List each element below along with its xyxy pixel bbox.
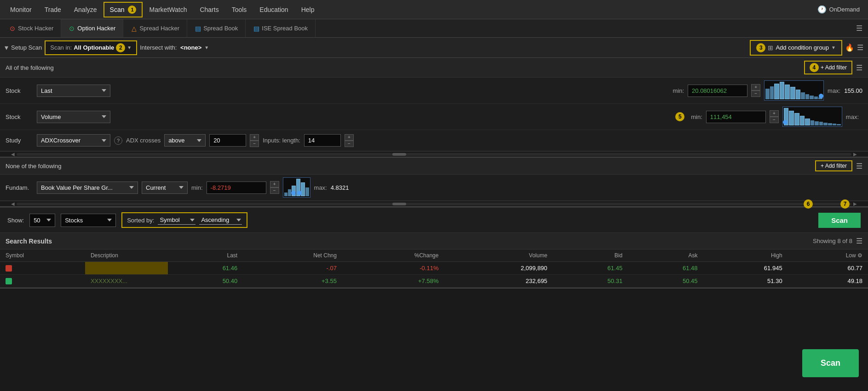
add-filter-button-all[interactable]: 4 + Add filter <box>804 61 852 74</box>
hist-dot-right-1[interactable] <box>819 94 823 98</box>
min-input-fund[interactable] <box>207 181 266 194</box>
floating-scan-button[interactable]: Scan <box>802 349 859 377</box>
filter-section-all-header: All of the following 4 + Add filter ☰ <box>0 58 868 78</box>
tab-stock-hacker[interactable]: ⊙ Stock Hacker <box>2 19 61 37</box>
hscroll-none-left-icon[interactable]: ◀ <box>9 201 17 206</box>
stepper-down-fund[interactable]: − <box>270 187 279 194</box>
stepper-up-stock-last[interactable]: + <box>751 84 760 91</box>
order-select[interactable]: Ascending Descending <box>199 215 242 225</box>
col-header-last: Last <box>168 249 243 262</box>
nav-trade[interactable]: Trade <box>38 2 68 17</box>
results-header: Search Results Showing 8 of 8 ☰ <box>0 233 868 249</box>
sub-tab-bar: ⊙ Stock Hacker ⊙ Option Hacker △ Spread … <box>0 19 868 38</box>
top-navigation: Monitor Trade Analyze Scan 1 MarketWatch… <box>0 0 868 19</box>
scroll-badge-6: 6 <box>804 199 813 209</box>
filter-select-period[interactable]: Current <box>142 181 188 194</box>
min-label-fund: min: <box>191 184 203 191</box>
cell-low-2: 49.18 <box>788 275 868 288</box>
inputs-length-label: Inputs: length: <box>263 137 300 144</box>
adx-value-input[interactable] <box>209 134 246 147</box>
scan-in-selector[interactable]: Scan in: All Optionable 2 ▼ <box>45 40 137 55</box>
filter-type-stock2: Stock <box>6 113 33 120</box>
sorted-by-box: Sorted by: Symbol Last Net Chng %Change … <box>121 212 247 228</box>
sub-tab-menu-icon[interactable]: ☰ <box>856 24 862 32</box>
stepper-down-adx[interactable]: − <box>250 141 259 147</box>
col-header-ask: Ask <box>628 249 703 262</box>
hscroll-none-right-icon[interactable]: ▶ <box>851 201 859 206</box>
min-label-2: min: <box>691 113 702 120</box>
filter-select-stock-volume[interactable]: Volume <box>37 111 110 123</box>
cell-symbol-2 <box>0 275 85 288</box>
hscroll-track[interactable] <box>17 153 851 156</box>
stepper-down-stock-volume[interactable]: − <box>770 117 779 123</box>
filter-select-study[interactable]: ADXCrossover <box>37 134 110 147</box>
inputs-length-value[interactable] <box>304 134 341 147</box>
filter-select-book-value[interactable]: Book Value Per Share Gr... <box>37 181 138 194</box>
setup-scan-bar: ▾ Setup Scan Scan in: All Optionable 2 ▼… <box>0 38 868 58</box>
stepper-up-fund[interactable]: + <box>270 181 279 187</box>
filter-select-adx-direction[interactable]: above below <box>164 134 206 147</box>
filter-row-fundamental: Fundam. Book Value Per Share Gr... Curre… <box>0 175 868 201</box>
nav-tools[interactable]: Tools <box>225 2 253 17</box>
stepper-fund: + − <box>270 181 279 194</box>
tab-spread-hacker[interactable]: △ Spread Hacker <box>123 19 187 37</box>
filter-section-none: None of the following + Add filter ☰ Fun… <box>0 158 868 207</box>
spread-hacker-icon: △ <box>131 25 137 32</box>
flame-icon[interactable]: 🔥 <box>845 43 854 52</box>
tab-spread-book[interactable]: ▤ Spread Book <box>187 19 246 37</box>
table-row[interactable]: 61.46 -.07 -0.11% 2,099,890 61.45 61.48 … <box>0 262 868 275</box>
setup-scan-chevron[interactable]: ▾ <box>5 43 8 52</box>
nav-charts[interactable]: Charts <box>193 2 225 17</box>
tab-option-hacker[interactable]: ⊙ Option Hacker <box>61 19 123 37</box>
show-label: Show: <box>7 217 24 224</box>
nav-monitor[interactable]: Monitor <box>4 2 38 17</box>
filter-none-hscroll[interactable]: ◀ 6 7 ▶ <box>0 201 868 206</box>
filter-select-stock-last[interactable]: Last <box>37 85 110 97</box>
help-icon[interactable]: ? <box>114 136 122 145</box>
results-menu-icon[interactable]: ☰ <box>856 237 862 245</box>
ondemand-button[interactable]: 🕐 OnDemand <box>813 2 864 17</box>
hscroll-none-thumb[interactable] <box>392 203 406 205</box>
max-value-fund: 4.8321 <box>331 184 349 191</box>
stepper-up-adx[interactable]: + <box>250 134 259 141</box>
stepper-up-stock-volume[interactable]: + <box>770 110 779 117</box>
nav-education[interactable]: Education <box>253 2 294 17</box>
nav-marketwatch[interactable]: MarketWatch <box>143 2 193 17</box>
tab-ise-spread-book[interactable]: ▤ ISE Spread Book <box>246 19 316 37</box>
hist-dot-fund-left[interactable] <box>291 191 296 195</box>
hscroll-thumb[interactable] <box>392 153 406 156</box>
scan-controls-bar: Show: 50 10 25 100 200 Stocks ETFs Indic… <box>0 207 868 233</box>
add-filter-button-none[interactable]: + Add filter <box>815 160 852 171</box>
hscroll-right-icon[interactable]: ▶ <box>851 152 859 157</box>
min-input-stock-volume[interactable] <box>706 111 766 123</box>
setup-scan-menu-icon[interactable]: ☰ <box>857 43 863 52</box>
col-header-description: Description <box>85 249 168 262</box>
nav-analyze[interactable]: Analyze <box>68 2 103 17</box>
add-condition-group-button[interactable]: 3 ⊞ Add condition group ▼ <box>750 40 842 56</box>
cell-low-1: 60.77 <box>788 262 868 275</box>
hscroll-left-icon[interactable]: ◀ <box>9 152 17 157</box>
show-select[interactable]: 50 10 25 100 200 <box>29 214 55 227</box>
sort-by-select[interactable]: Symbol Last Net Chng %Change Volume Bid … <box>158 215 195 225</box>
col-header-bid: Bid <box>553 249 628 262</box>
stepper-up-length[interactable]: + <box>345 134 354 141</box>
hscroll-none-track[interactable] <box>17 203 851 205</box>
stepper-down-stock-last[interactable]: − <box>751 91 760 97</box>
filter-none-menu-icon[interactable]: ☰ <box>856 162 862 170</box>
filter-all-hscroll[interactable]: ◀ ▶ <box>0 151 868 157</box>
nav-help[interactable]: Help <box>295 2 321 17</box>
min-input-stock-last[interactable] <box>688 85 747 97</box>
clock-icon: 🕐 <box>817 5 827 14</box>
option-hacker-icon: ⊙ <box>69 25 75 32</box>
scan-button[interactable]: Scan <box>818 213 861 228</box>
filter-all-menu-icon[interactable]: ☰ <box>856 63 862 72</box>
table-row[interactable]: XXXXXXXX... 50.40 +3.55 +7.58% 232,695 5… <box>0 275 868 288</box>
hist-dot-left-vol[interactable] <box>783 120 788 125</box>
nav-scan[interactable]: Scan 1 <box>103 2 143 17</box>
type-select[interactable]: Stocks ETFs Indices Futures <box>61 214 116 227</box>
adx-crosses-label: ADX crosses <box>126 137 161 144</box>
stepper-stock-volume: + − <box>770 110 779 123</box>
stepper-down-length[interactable]: − <box>345 141 354 147</box>
scan-in-chevron-icon: ▼ <box>127 45 132 50</box>
filter-type-stock1: Stock <box>6 87 33 94</box>
